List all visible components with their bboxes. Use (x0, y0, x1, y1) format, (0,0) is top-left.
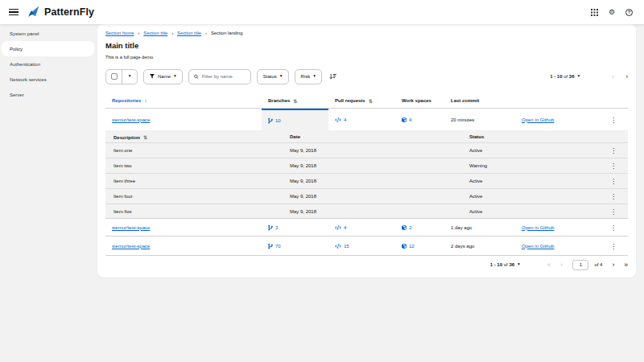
column-header-description[interactable]: Description ⇅ (114, 134, 147, 140)
code-icon (335, 117, 341, 122)
sidebar-item-authentication[interactable]: Authentication (2, 56, 94, 72)
table-row: 10 siemur/test-space 4 4 20 minutes Open… (105, 109, 628, 130)
branches-expanded-cell[interactable]: 10 (262, 109, 328, 130)
breadcrumb: Section home › Section title › Section t… (105, 31, 243, 35)
open-in-github-link[interactable]: Open in Github (522, 225, 554, 230)
kebab-icon[interactable]: ⋮ (610, 224, 617, 231)
name-filter-label: Name (158, 74, 171, 79)
branches-cell[interactable]: 70 (268, 243, 281, 249)
kebab-icon[interactable]: ⋮ (610, 147, 617, 154)
pull-requests-cell[interactable]: 4 (335, 225, 346, 230)
name-filter-dropdown[interactable]: Name ▾ (143, 69, 183, 84)
column-header-date: Date (290, 134, 300, 139)
kebab-icon[interactable]: ⋮ (610, 242, 617, 249)
repository-link[interactable]: siemur/test-space (112, 225, 150, 230)
last-page-icon[interactable]: » (624, 261, 628, 269)
filter-funnel-icon (150, 74, 155, 79)
chevron-down-icon: ▾ (129, 74, 131, 79)
kebab-icon[interactable]: ⋮ (610, 193, 617, 200)
toolbar: ▾ Name ▾ Status ▾ Risk ▾ (105, 68, 628, 84)
kebab-icon[interactable]: ⋮ (610, 162, 617, 170)
status-cell: Active (469, 148, 482, 153)
next-page-icon[interactable]: › (612, 261, 614, 269)
table-header-row: Repositories ↑ Branches ⇅ Pull requests … (105, 93, 628, 109)
breadcrumb-link[interactable]: Section title (143, 31, 167, 35)
kebab-icon[interactable]: ⋮ (610, 178, 617, 185)
help-icon[interactable]: ? (625, 9, 633, 16)
bulk-select-checkbox[interactable] (106, 70, 122, 84)
repository-link[interactable]: siemur/test-space (112, 244, 150, 249)
sort-both-icon: ⇅ (293, 97, 297, 103)
next-page-icon[interactable]: › (625, 73, 628, 80)
kebab-icon[interactable]: ⋮ (610, 116, 617, 123)
sort-both-icon: ⇅ (143, 134, 147, 140)
description-cell: Item four (114, 194, 133, 199)
search-box (188, 69, 251, 84)
column-header-repositories[interactable]: Repositories ↑ (112, 97, 147, 103)
sidebar: System panel Policy Authentication Netwo… (0, 24, 97, 362)
pagination-range: 1 - 10 of 36 (490, 262, 514, 267)
branches-count: 10 (268, 117, 281, 123)
apps-grid-icon[interactable] (591, 9, 598, 16)
status-dropdown[interactable]: Status ▾ (257, 69, 289, 84)
column-header-work-spaces: Work spaces (402, 98, 431, 103)
risk-label: Risk (301, 74, 311, 79)
pagination-top: 1 - 10 of 36 ▾ ‹ › (550, 73, 628, 80)
prev-page-icon[interactable]: ‹ (561, 261, 564, 269)
current-page-input[interactable] (572, 260, 588, 270)
breadcrumb-link[interactable]: Section home (105, 31, 134, 35)
content-card: Section home › Section title › Section t… (97, 24, 636, 278)
bulk-select: ▾ (105, 69, 138, 84)
expanded-child-table: Description ⇅ Date Status Item one May 9… (105, 130, 628, 219)
status-cell: Warning (469, 163, 487, 168)
cube-icon (402, 117, 407, 122)
child-table-row: Item two May 9, 2018 Warning ⋮ (105, 158, 628, 173)
chevron-down-icon[interactable]: ▾ (518, 262, 520, 267)
pull-requests-cell[interactable]: 4 (335, 117, 346, 122)
search-input[interactable] (202, 74, 246, 79)
kebab-icon[interactable]: ⋮ (610, 208, 617, 216)
pull-requests-cell[interactable]: 15 (335, 244, 349, 249)
description-cell: Item two (114, 163, 132, 168)
child-table-row: Item three May 9, 2018 Active ⋮ (105, 173, 628, 188)
breadcrumb-separator-icon: › (171, 31, 173, 35)
sort-amount-icon[interactable] (328, 73, 338, 80)
sidebar-item-policy[interactable]: Policy (2, 41, 94, 56)
open-in-github-link[interactable]: Open in Github (522, 117, 554, 122)
brand-logo-icon[interactable] (27, 6, 39, 18)
page-subtitle: This is a full page demo. (105, 55, 155, 60)
date-cell: May 9, 2018 (290, 194, 316, 199)
gear-icon[interactable]: ⚙ (609, 9, 615, 16)
risk-dropdown[interactable]: Risk ▾ (295, 69, 322, 84)
status-cell: Active (469, 179, 482, 183)
child-table-header: Description ⇅ Date Status (105, 130, 628, 142)
chevron-down-icon: ▾ (280, 74, 283, 79)
breadcrumb-link[interactable]: Section title (177, 31, 201, 35)
sort-asc-icon: ↑ (144, 97, 147, 103)
open-in-github-link[interactable]: Open in Github (522, 244, 554, 249)
chevron-down-icon: ▾ (313, 74, 316, 79)
prev-page-icon[interactable]: ‹ (612, 73, 614, 80)
sidebar-item-system-panel[interactable]: System panel (2, 26, 94, 41)
date-cell: May 9, 2018 (290, 148, 316, 153)
column-header-last-commit: Last commit (451, 98, 479, 103)
bulk-select-toggle[interactable]: ▾ (122, 70, 137, 84)
search-icon (194, 74, 199, 80)
work-spaces-cell[interactable]: 4 (402, 117, 411, 122)
work-spaces-cell[interactable]: 12 (402, 244, 415, 249)
code-branch-icon (268, 224, 273, 230)
work-spaces-cell[interactable]: 2 (402, 225, 411, 230)
repository-link[interactable]: siemur/test-space (112, 117, 150, 122)
chevron-down-icon[interactable]: ▾ (578, 74, 580, 79)
chevron-down-icon: ▾ (174, 74, 176, 79)
sort-both-icon: ⇅ (369, 97, 373, 103)
branches-cell[interactable]: 3 (268, 224, 278, 230)
pagination-bottom: 1 - 10 of 36 ▾ « ‹ of 4 › » (105, 256, 628, 274)
sidebar-item-network-services[interactable]: Network services (2, 72, 94, 87)
first-page-icon[interactable]: « (547, 261, 551, 269)
menu-icon[interactable] (9, 9, 19, 16)
description-cell: Item three (114, 179, 135, 183)
sidebar-item-server[interactable]: Server (2, 87, 94, 102)
column-header-branches[interactable]: Branches ⇅ (268, 97, 297, 103)
column-header-pull-requests[interactable]: Pull requests ⇅ (335, 97, 373, 103)
